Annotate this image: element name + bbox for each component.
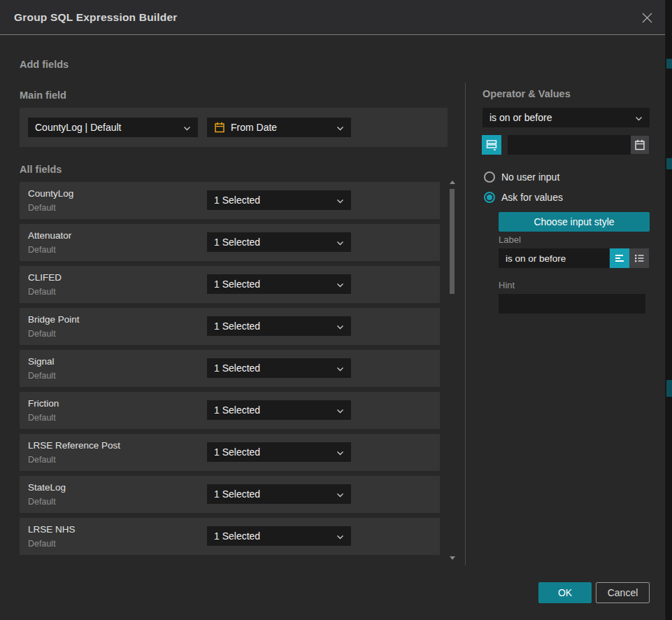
ok-button[interactable]: OK (538, 582, 592, 603)
chevron-down-icon (635, 111, 643, 124)
field-subtitle: Default (28, 203, 56, 213)
dialog-title: Group SQL Expression Builder (14, 0, 178, 35)
dialog-header: Group SQL Expression Builder (0, 0, 665, 35)
chevron-down-icon (336, 488, 344, 500)
main-field-heading: Main field (20, 90, 66, 101)
field-row: Attenuator Default 1 Selected (20, 224, 440, 261)
close-icon (641, 11, 654, 24)
main-layer-select[interactable]: CountyLog | Default (28, 118, 198, 137)
calendar-icon (214, 122, 225, 133)
field-subtitle: Default (28, 413, 56, 423)
main-field-panel: CountyLog | Default From Date (20, 108, 448, 147)
field-name: StateLog (28, 482, 66, 493)
field-row: Bridge Point Default 1 Selected (20, 308, 440, 345)
field-values-dropdown[interactable]: 1 Selected (207, 358, 351, 378)
field-subtitle: Default (28, 497, 56, 507)
close-button[interactable] (634, 5, 659, 30)
operator-select[interactable]: is on or before (482, 108, 650, 127)
field-row: StateLog Default 1 Selected (20, 476, 440, 513)
field-subtitle: Default (28, 455, 56, 465)
label-input[interactable] (499, 248, 609, 268)
field-name: LRSE Reference Post (28, 440, 120, 451)
radio-selected-icon (484, 192, 495, 203)
calendar-icon (634, 139, 645, 150)
stacked-rows-caret-icon (485, 139, 498, 151)
field-name: CLIFED (28, 272, 62, 283)
field-row: CountyLog Default 1 Selected (20, 182, 440, 219)
field-row: Signal Default 1 Selected (20, 350, 440, 387)
field-values-dropdown[interactable]: 1 Selected (207, 190, 351, 210)
field-subtitle: Default (28, 245, 56, 255)
chevron-down-icon (336, 320, 344, 332)
field-values-dropdown[interactable]: 1 Selected (207, 274, 351, 294)
choose-input-style-button[interactable]: Choose input style (499, 212, 650, 232)
chevron-down-icon (336, 362, 344, 374)
main-field-select-value: From Date (231, 122, 332, 133)
scroll-down-arrow-icon[interactable] (450, 556, 455, 560)
field-values-selected: 1 Selected (214, 404, 332, 416)
scroll-up-arrow-icon[interactable] (450, 181, 455, 184)
field-values-selected: 1 Selected (214, 320, 332, 332)
scrollbar-thumb[interactable] (450, 189, 455, 294)
field-name: Signal (28, 356, 55, 367)
align-left-icon (613, 252, 626, 265)
field-values-dropdown[interactable]: 1 Selected (207, 316, 351, 336)
screen: Group SQL Expression Builder Add fields … (0, 0, 672, 620)
main-layer-select-value: CountyLog | Default (35, 122, 179, 133)
chevron-down-icon (336, 530, 344, 542)
field-name: Attenuator (28, 230, 71, 241)
radio-no-user-input[interactable]: No user input (484, 171, 559, 183)
field-values-selected: 1 Selected (214, 195, 332, 206)
field-row: CLIFED Default 1 Selected (20, 266, 440, 303)
field-values-selected: 1 Selected (214, 530, 332, 542)
chevron-down-icon (183, 121, 191, 134)
field-name: LRSE NHS (28, 524, 76, 535)
chevron-down-icon (336, 236, 344, 248)
input-style-list-button[interactable] (629, 248, 649, 268)
field-values-selected: 1 Selected (214, 362, 332, 374)
chevron-down-icon (336, 121, 344, 134)
panel-divider (465, 83, 466, 565)
date-picker-button[interactable] (631, 136, 649, 154)
field-values-dropdown[interactable]: 1 Selected (207, 400, 351, 420)
field-values-selected: 1 Selected (214, 279, 332, 290)
field-values-selected: 1 Selected (214, 488, 332, 500)
bullet-list-icon (633, 252, 645, 265)
radio-no-user-input-label: No user input (501, 171, 559, 183)
field-row: LRSE Reference Post Default 1 Selected (20, 434, 440, 471)
all-fields-heading: All fields (20, 164, 62, 175)
value-source-button[interactable] (482, 135, 501, 155)
add-fields-heading: Add fields (20, 59, 69, 70)
operator-values-heading: Operator & Values (482, 88, 571, 99)
all-fields-list: CountyLog Default 1 Selected Attenuator … (20, 182, 440, 560)
radio-ask-for-values[interactable]: Ask for values (484, 192, 563, 203)
chevron-down-icon (336, 194, 344, 206)
label-field-label: Label (499, 234, 521, 245)
field-values-selected: 1 Selected (214, 446, 332, 458)
field-subtitle: Default (28, 329, 56, 339)
date-value-input[interactable] (508, 135, 631, 155)
field-values-dropdown[interactable]: 1 Selected (207, 232, 351, 252)
field-values-dropdown[interactable]: 1 Selected (207, 484, 351, 504)
field-values-dropdown[interactable]: 1 Selected (207, 442, 351, 462)
field-name: CountyLog (28, 188, 73, 199)
group-sql-expression-builder-dialog: Group SQL Expression Builder Add fields … (0, 0, 666, 620)
field-row: LRSE NHS Default 1 Selected (20, 518, 440, 555)
main-field-select[interactable]: From Date (207, 118, 351, 137)
background-app-edge (666, 0, 672, 620)
chevron-down-icon (336, 278, 344, 290)
fields-scrollbar[interactable] (450, 179, 455, 561)
field-values-dropdown[interactable]: 1 Selected (207, 526, 351, 546)
hint-input[interactable] (499, 294, 645, 313)
chevron-down-icon (336, 446, 344, 458)
field-name: Friction (28, 398, 59, 409)
field-subtitle: Default (28, 287, 56, 297)
hint-field-label: Hint (499, 280, 515, 290)
chevron-down-icon (336, 404, 344, 416)
field-subtitle: Default (28, 371, 56, 381)
operator-select-value: is on or before (489, 112, 631, 123)
cancel-button[interactable]: Cancel (596, 582, 650, 603)
radio-ask-for-values-label: Ask for values (501, 192, 563, 203)
field-row: Friction Default 1 Selected (20, 392, 440, 429)
input-style-text-button[interactable] (610, 248, 629, 268)
